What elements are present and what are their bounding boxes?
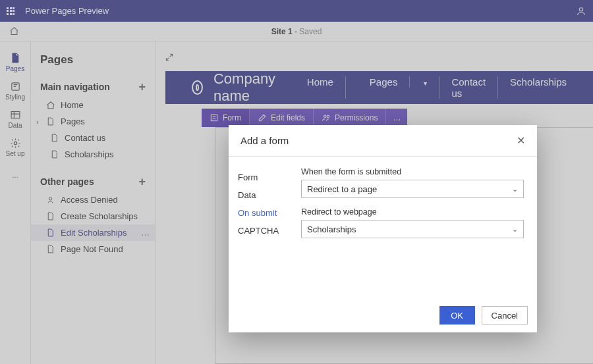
ok-button[interactable]: OK bbox=[439, 306, 475, 325]
dialog-tab-captcha[interactable]: CAPTCHA bbox=[238, 222, 301, 240]
dialog-form: When the form is submitted Redirect to a… bbox=[301, 165, 537, 299]
dialog-tab-on-submit[interactable]: On submit bbox=[238, 204, 301, 222]
dialog-title: Add a form bbox=[240, 135, 289, 146]
redirect-webpage-select[interactable]: Scholarships ⌄ bbox=[301, 220, 524, 238]
add-a-form-dialog: Add a form ✕ Form Data On submit CAPTCHA… bbox=[229, 125, 537, 332]
close-icon[interactable]: ✕ bbox=[517, 134, 525, 147]
dialog-tabs: Form Data On submit CAPTCHA bbox=[229, 165, 301, 299]
chevron-down-icon: ⌄ bbox=[512, 225, 518, 234]
dialog-tab-form[interactable]: Form bbox=[238, 169, 301, 186]
chevron-down-icon: ⌄ bbox=[512, 185, 518, 194]
redirect-webpage-label: Redirect to webpage bbox=[301, 207, 524, 217]
cancel-button[interactable]: Cancel bbox=[482, 306, 528, 325]
when-submitted-value: Redirect to a page bbox=[307, 184, 377, 194]
when-submitted-select[interactable]: Redirect to a page ⌄ bbox=[301, 180, 524, 198]
when-submitted-label: When the form is submitted bbox=[301, 167, 524, 176]
dialog-tab-data[interactable]: Data bbox=[238, 186, 301, 204]
redirect-webpage-value: Scholarships bbox=[307, 224, 356, 234]
